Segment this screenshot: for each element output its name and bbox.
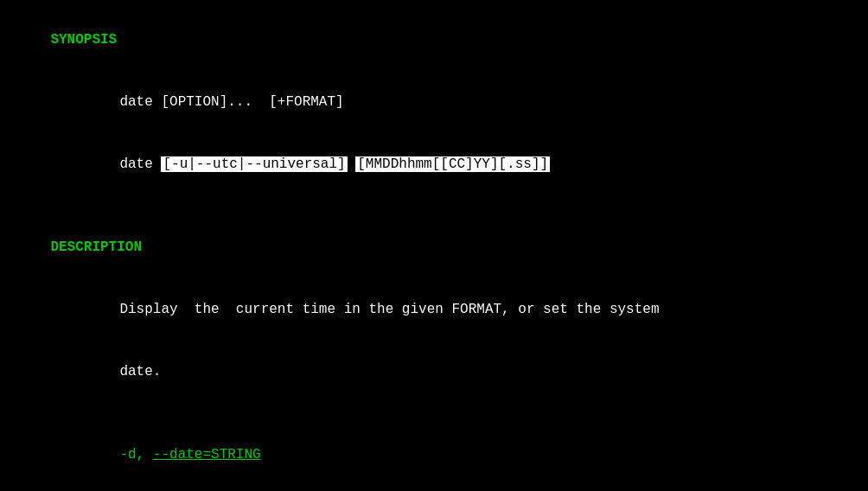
synopsis-date2: date [119, 156, 161, 172]
synopsis-label: SYNOPSIS [50, 32, 117, 48]
option-d-desc-line: display time described by STRING, not ‘n… [17, 486, 859, 491]
empty-line-1 [17, 195, 859, 216]
synopsis-line2: date [-u|--utc|--universal] [MMDDhhmm[[C… [17, 133, 859, 195]
synopsis-line1: date [OPTION]... [+FORMAT] [17, 71, 859, 133]
option-d-flag-line: -d, --date=STRING [17, 424, 859, 486]
description-header: DESCRIPTION [17, 216, 859, 278]
synopsis-format-box: [MMDDhhmm[[CC]YY][.ss]] [355, 156, 550, 172]
description-text2: date. [119, 364, 161, 379]
synopsis-date1: date [119, 94, 161, 110]
empty-line-2 [17, 403, 859, 424]
synopsis-utc-option: [-u|--utc|--universal] [161, 156, 347, 172]
option-d-flag: -d, --date=STRING [119, 447, 260, 462]
synopsis-option: [OPTION]... [161, 94, 252, 110]
option-d-longflag: --date=STRING [153, 447, 261, 462]
synopsis-format: [+FORMAT] [252, 94, 344, 110]
synopsis-header: SYNOPSIS [17, 9, 859, 71]
description-label: DESCRIPTION [50, 239, 142, 255]
terminal-window: SYNOPSIS date [OPTION]... [+FORMAT] date… [0, 0, 868, 491]
synopsis-space [348, 156, 356, 172]
description-line2: date. [17, 341, 859, 403]
description-text1: Display the current time in the given FO… [119, 302, 659, 317]
description-line1: Display the current time in the given FO… [17, 278, 859, 341]
